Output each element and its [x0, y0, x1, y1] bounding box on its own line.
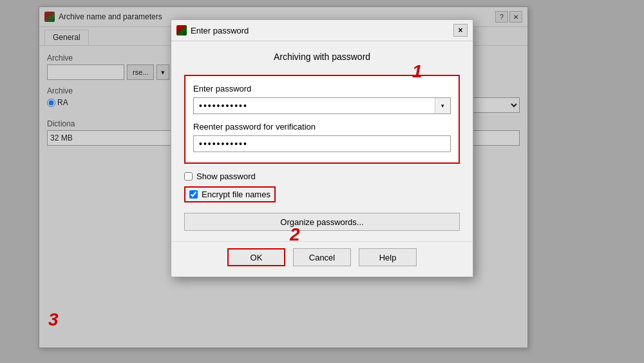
show-password-checkbox[interactable]	[184, 172, 193, 181]
help-btn[interactable]: Help	[359, 248, 417, 266]
password-dropdown-btn[interactable]: ▾	[435, 98, 450, 113]
show-password-row: Show password	[184, 172, 460, 181]
password-section: Enter password ▾ Reenter password for ve…	[184, 75, 460, 164]
encrypt-label-text[interactable]: Encrypt file names	[202, 190, 270, 199]
enter-password-input[interactable]	[194, 101, 435, 111]
modal-close-btn[interactable]: ×	[453, 24, 468, 37]
encrypt-row: Encrypt file names	[184, 186, 276, 202]
encrypt-checkbox[interactable]	[189, 190, 198, 199]
modal-body: Enter password ▾ Reenter password for ve…	[171, 70, 473, 241]
show-password-label-text[interactable]: Show password	[196, 172, 256, 181]
modal-overlay: Enter password × Archiving with password…	[0, 0, 644, 363]
cancel-btn[interactable]: Cancel	[293, 248, 351, 266]
organize-passwords-btn[interactable]: Organize passwords...	[184, 213, 460, 231]
enter-password-row: ▾	[193, 97, 451, 114]
enter-password-label: Enter password	[193, 84, 451, 93]
modal-footer: OK Cancel Help	[171, 241, 473, 277]
modal-title: Enter password	[191, 26, 450, 35]
modal-titlebar: Enter password ×	[171, 20, 473, 41]
options-section: Show password Encrypt file names	[184, 172, 460, 208]
reenter-password-input[interactable]	[193, 135, 451, 152]
reenter-password-label: Reenter password for verification	[193, 122, 451, 132]
password-modal: Enter password × Archiving with password…	[171, 19, 473, 277]
modal-winrar-icon	[176, 25, 187, 35]
modal-header: Archiving with password	[171, 41, 473, 70]
ok-btn[interactable]: OK	[227, 248, 285, 266]
